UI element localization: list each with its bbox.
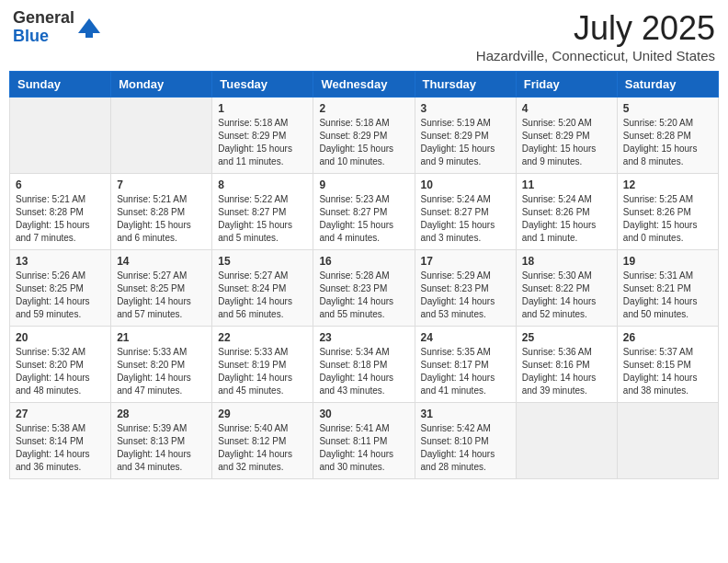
day-number: 7 (117, 178, 206, 191)
day-number: 5 (623, 102, 712, 115)
day-number: 8 (218, 178, 307, 191)
day-number: 17 (421, 255, 510, 268)
calendar-cell (111, 98, 212, 174)
calendar-cell: 25 Sunrise: 5:36 AMSunset: 8:16 PMDaylig… (516, 327, 617, 403)
calendar-cell: 23 Sunrise: 5:34 AMSunset: 8:18 PMDaylig… (313, 327, 415, 403)
svg-marker-0 (78, 18, 100, 33)
day-info: Sunrise: 5:18 AMSunset: 8:29 PMDaylight:… (218, 118, 292, 167)
day-info: Sunrise: 5:39 AMSunset: 8:13 PMDaylight:… (117, 423, 191, 472)
day-info: Sunrise: 5:41 AMSunset: 8:11 PMDaylight:… (319, 423, 393, 472)
day-info: Sunrise: 5:33 AMSunset: 8:20 PMDaylight:… (117, 347, 191, 396)
day-info: Sunrise: 5:35 AMSunset: 8:17 PMDaylight:… (421, 347, 495, 396)
day-number: 10 (421, 178, 510, 191)
calendar-week-row: 6 Sunrise: 5:21 AMSunset: 8:28 PMDayligh… (10, 174, 719, 250)
day-number: 2 (319, 102, 408, 115)
day-number: 30 (319, 408, 408, 420)
calendar-header-row: SundayMondayTuesdayWednesdayThursdayFrid… (10, 72, 719, 98)
day-number: 31 (421, 408, 510, 420)
calendar-cell: 4 Sunrise: 5:20 AMSunset: 8:29 PMDayligh… (516, 98, 617, 174)
day-info: Sunrise: 5:33 AMSunset: 8:19 PMDaylight:… (218, 347, 292, 396)
day-number: 16 (319, 255, 408, 268)
day-info: Sunrise: 5:23 AMSunset: 8:27 PMDaylight:… (319, 194, 393, 243)
day-number: 19 (623, 255, 712, 268)
calendar-cell: 26 Sunrise: 5:37 AMSunset: 8:15 PMDaylig… (617, 327, 718, 403)
day-info: Sunrise: 5:30 AMSunset: 8:22 PMDaylight:… (522, 270, 597, 319)
weekday-header: Monday (111, 72, 212, 98)
calendar-table: SundayMondayTuesdayWednesdayThursdayFrid… (9, 71, 719, 479)
day-info: Sunrise: 5:21 AMSunset: 8:28 PMDaylight:… (16, 194, 90, 243)
logo: General Blue (13, 9, 102, 46)
calendar-cell: 6 Sunrise: 5:21 AMSunset: 8:28 PMDayligh… (10, 174, 111, 250)
calendar-cell: 27 Sunrise: 5:38 AMSunset: 8:14 PMDaylig… (10, 403, 111, 479)
calendar-cell (617, 403, 718, 479)
calendar-cell (10, 98, 111, 174)
day-info: Sunrise: 5:22 AMSunset: 8:27 PMDaylight:… (218, 194, 292, 243)
calendar-cell: 21 Sunrise: 5:33 AMSunset: 8:20 PMDaylig… (111, 327, 212, 403)
calendar-cell: 22 Sunrise: 5:33 AMSunset: 8:19 PMDaylig… (212, 327, 313, 403)
day-number: 13 (16, 255, 105, 268)
logo-icon (76, 15, 102, 40)
day-info: Sunrise: 5:20 AMSunset: 8:28 PMDaylight:… (623, 118, 698, 167)
calendar-cell: 29 Sunrise: 5:40 AMSunset: 8:12 PMDaylig… (212, 403, 313, 479)
day-number: 1 (218, 102, 307, 115)
calendar-cell: 19 Sunrise: 5:31 AMSunset: 8:21 PMDaylig… (617, 250, 718, 327)
weekday-header: Friday (516, 72, 617, 98)
calendar-week-row: 1 Sunrise: 5:18 AMSunset: 8:29 PMDayligh… (10, 98, 719, 174)
calendar-cell: 24 Sunrise: 5:35 AMSunset: 8:17 PMDaylig… (415, 327, 516, 403)
day-number: 25 (522, 331, 611, 344)
calendar-cell: 14 Sunrise: 5:27 AMSunset: 8:25 PMDaylig… (111, 250, 212, 327)
calendar-cell: 7 Sunrise: 5:21 AMSunset: 8:28 PMDayligh… (111, 174, 212, 250)
day-info: Sunrise: 5:28 AMSunset: 8:23 PMDaylight:… (319, 270, 393, 319)
day-info: Sunrise: 5:40 AMSunset: 8:12 PMDaylight:… (218, 423, 292, 472)
weekday-header: Sunday (10, 72, 111, 98)
calendar-cell: 16 Sunrise: 5:28 AMSunset: 8:23 PMDaylig… (313, 250, 415, 327)
calendar-cell: 5 Sunrise: 5:20 AMSunset: 8:28 PMDayligh… (617, 98, 718, 174)
logo-general: General (13, 9, 74, 28)
calendar-cell: 31 Sunrise: 5:42 AMSunset: 8:10 PMDaylig… (415, 403, 516, 479)
day-number: 3 (421, 102, 510, 115)
day-number: 6 (16, 178, 105, 191)
day-info: Sunrise: 5:26 AMSunset: 8:25 PMDaylight:… (16, 270, 90, 319)
day-info: Sunrise: 5:27 AMSunset: 8:24 PMDaylight:… (218, 270, 292, 319)
logo-blue: Blue (13, 28, 74, 46)
calendar-cell: 3 Sunrise: 5:19 AMSunset: 8:29 PMDayligh… (415, 98, 516, 174)
day-number: 11 (522, 178, 611, 191)
calendar-cell: 10 Sunrise: 5:24 AMSunset: 8:27 PMDaylig… (415, 174, 516, 250)
weekday-header: Saturday (617, 72, 718, 98)
calendar-cell: 15 Sunrise: 5:27 AMSunset: 8:24 PMDaylig… (212, 250, 313, 327)
day-number: 18 (522, 255, 611, 268)
calendar-cell: 8 Sunrise: 5:22 AMSunset: 8:27 PMDayligh… (212, 174, 313, 250)
weekday-header: Thursday (415, 72, 516, 98)
day-number: 27 (16, 408, 105, 420)
day-info: Sunrise: 5:27 AMSunset: 8:25 PMDaylight:… (117, 270, 191, 319)
calendar-cell: 18 Sunrise: 5:30 AMSunset: 8:22 PMDaylig… (516, 250, 617, 327)
weekday-header: Wednesday (313, 72, 415, 98)
calendar-cell: 9 Sunrise: 5:23 AMSunset: 8:27 PMDayligh… (313, 174, 415, 250)
day-info: Sunrise: 5:36 AMSunset: 8:16 PMDaylight:… (522, 347, 597, 396)
day-number: 24 (421, 331, 510, 344)
day-number: 28 (117, 408, 206, 420)
day-info: Sunrise: 5:32 AMSunset: 8:20 PMDaylight:… (16, 347, 90, 396)
svg-rect-1 (85, 33, 93, 38)
day-info: Sunrise: 5:31 AMSunset: 8:21 PMDaylight:… (623, 270, 698, 319)
title-month: July 2025 (476, 9, 715, 48)
day-info: Sunrise: 5:24 AMSunset: 8:26 PMDaylight:… (522, 194, 597, 243)
page-header: General Blue July 2025 Hazardville, Conn… (9, 9, 719, 63)
weekday-header: Tuesday (212, 72, 313, 98)
day-info: Sunrise: 5:29 AMSunset: 8:23 PMDaylight:… (421, 270, 495, 319)
calendar-cell: 2 Sunrise: 5:18 AMSunset: 8:29 PMDayligh… (313, 98, 415, 174)
calendar-cell: 1 Sunrise: 5:18 AMSunset: 8:29 PMDayligh… (212, 98, 313, 174)
day-number: 15 (218, 255, 307, 268)
day-number: 29 (218, 408, 307, 420)
day-number: 9 (319, 178, 408, 191)
calendar-cell: 17 Sunrise: 5:29 AMSunset: 8:23 PMDaylig… (415, 250, 516, 327)
day-info: Sunrise: 5:25 AMSunset: 8:26 PMDaylight:… (623, 194, 698, 243)
day-info: Sunrise: 5:34 AMSunset: 8:18 PMDaylight:… (319, 347, 393, 396)
calendar-cell: 30 Sunrise: 5:41 AMSunset: 8:11 PMDaylig… (313, 403, 415, 479)
day-number: 4 (522, 102, 611, 115)
day-info: Sunrise: 5:37 AMSunset: 8:15 PMDaylight:… (623, 347, 698, 396)
calendar-cell: 12 Sunrise: 5:25 AMSunset: 8:26 PMDaylig… (617, 174, 718, 250)
day-info: Sunrise: 5:20 AMSunset: 8:29 PMDaylight:… (522, 118, 597, 167)
day-info: Sunrise: 5:24 AMSunset: 8:27 PMDaylight:… (421, 194, 495, 243)
title-area: July 2025 Hazardville, Connecticut, Unit… (476, 9, 715, 63)
